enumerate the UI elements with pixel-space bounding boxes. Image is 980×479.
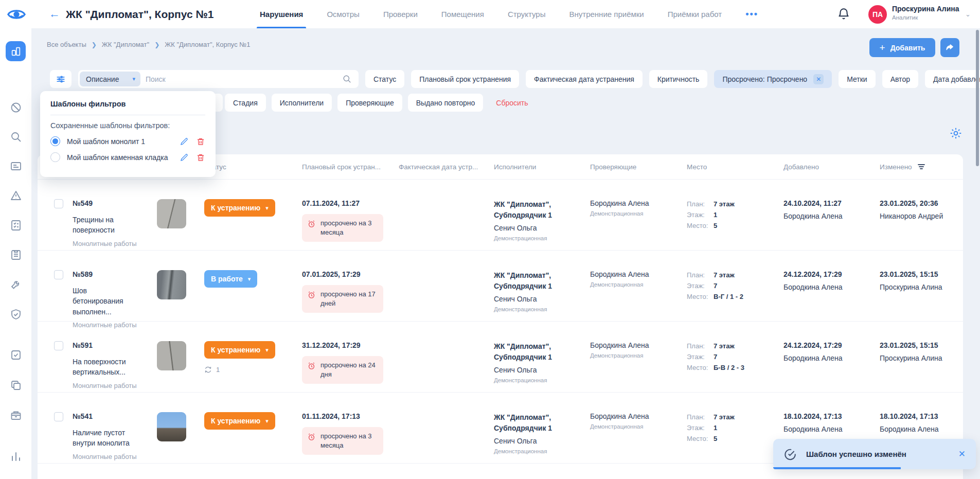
sidebar-item-search-icon[interactable] (10, 131, 22, 143)
reissue-counter: 1 (204, 366, 302, 374)
filter-chip-status[interactable]: Статус (365, 70, 404, 88)
executor-note: Демонстрационная (494, 235, 590, 241)
plus-icon: + (880, 43, 885, 52)
filter-chip-date-added[interactable]: Дата добавления (925, 70, 980, 88)
search-field-selector[interactable]: Описание ▾ (80, 72, 140, 86)
breadcrumb-building[interactable]: ЖК "Дипломат", Корпус №1 (165, 41, 250, 48)
table-row[interactable]: №549 Трещины на поверхности Монолитные р… (38, 179, 963, 250)
filter-chip-actual-date[interactable]: Фактическая дата устранения (526, 70, 643, 88)
filter-chip-reissued[interactable]: Выдано повторно (408, 94, 484, 112)
chevron-down-icon: ▾ (132, 76, 135, 82)
delete-trash-icon[interactable] (196, 137, 205, 146)
app-logo-eye-icon[interactable] (7, 5, 26, 24)
search-input[interactable] (140, 75, 342, 83)
sidebar-item-warning-icon[interactable] (10, 189, 22, 202)
add-button[interactable]: + Добавить (869, 38, 935, 57)
user-block: Проскурина Алина Аналитик (892, 5, 964, 21)
template-radio-selected[interactable] (50, 136, 60, 146)
filter-chip-planned-deadline[interactable]: Плановый срок устранения (411, 70, 519, 88)
remove-filter-x-icon[interactable]: ✕ (813, 74, 824, 84)
row-checkbox[interactable] (54, 270, 63, 279)
filter-bar-row2: Стадия Исполнители Проверяющие Выдано по… (225, 94, 528, 112)
status-dropdown-button[interactable]: В работе ▾ (204, 270, 257, 288)
sidebar-item-bar-chart-icon[interactable] (10, 450, 22, 463)
share-export-button[interactable] (940, 38, 959, 57)
user-avatar[interactable]: ПА (868, 5, 887, 24)
filter-sliders-icon[interactable] (50, 70, 72, 88)
tab-violations[interactable]: Нарушения (260, 0, 303, 28)
table-row[interactable]: №589 Шов бетонирования выполнен... Монол… (38, 250, 963, 321)
toast-close-x-icon[interactable]: ✕ (956, 447, 968, 462)
row-checkbox[interactable] (54, 199, 63, 208)
violation-title: Трещины на поверхности (73, 215, 138, 236)
col-header-added[interactable]: Добавлено (783, 163, 880, 171)
sidebar-item-defects-no-entry-icon[interactable] (10, 101, 22, 114)
sidebar-item-copy-icon[interactable] (10, 379, 22, 392)
back-arrow-icon[interactable]: ← (47, 7, 62, 21)
sidebar-item-check-square-icon[interactable] (10, 349, 22, 361)
status-dropdown-button[interactable]: К устранению ▾ (204, 412, 275, 430)
table-row[interactable]: №591 На поверхности вертикальных... Моно… (38, 321, 963, 392)
sort-descending-icon[interactable] (917, 163, 925, 170)
filter-chip-executors[interactable]: Исполнители (272, 94, 332, 112)
tab-structures[interactable]: Структуры (508, 0, 546, 28)
tab-work-acceptances[interactable]: Приёмки работ (668, 0, 722, 28)
status-dropdown-button[interactable]: К устранению ▾ (204, 341, 275, 359)
breadcrumb-all-objects[interactable]: Все объекты (47, 41, 86, 48)
sidebar-item-checklist-icon[interactable] (10, 219, 22, 232)
user-menu-chevron-down-icon[interactable]: ⌄ (965, 10, 971, 18)
col-header-changed-label: Изменено (880, 163, 912, 171)
page-scrollbar-thumb[interactable] (976, 30, 979, 166)
violation-photo[interactable] (157, 412, 186, 441)
sidebar-item-wrench-icon[interactable] (10, 278, 22, 291)
col-header-reviewers[interactable]: Проверяющие (590, 163, 687, 171)
breadcrumb-project[interactable]: ЖК "Дипломат" (102, 41, 149, 48)
tab-checks[interactable]: Проверки (383, 0, 418, 28)
filter-chip-reviewers[interactable]: Проверяющие (337, 94, 402, 112)
col-header-changed[interactable]: Изменено (880, 163, 963, 171)
place-label: План: (687, 270, 709, 281)
overdue-text: просрочено на 17 дней (320, 290, 378, 308)
row-checkbox[interactable] (54, 412, 63, 421)
status-dropdown-button[interactable]: К устранению ▾ (204, 199, 275, 217)
col-header-status[interactable]: Статус (204, 163, 302, 171)
tab-internal-acceptances[interactable]: Внутренние приёмки (569, 0, 644, 28)
plan-date: 01.11.2024, 17:13 (302, 412, 399, 420)
edit-pencil-icon[interactable] (180, 137, 189, 146)
place-value: 7 этаж (714, 199, 735, 210)
filter-chip-criticality[interactable]: Критичность (649, 70, 708, 88)
delete-trash-icon[interactable] (196, 153, 205, 162)
divider (50, 115, 205, 115)
violation-photo[interactable] (157, 341, 186, 370)
sidebar-item-card-icon[interactable] (10, 160, 22, 172)
alarm-clock-icon (307, 362, 316, 370)
col-header-executors[interactable]: Исполнители (494, 163, 590, 171)
reviewer-note: Демонстрационная (590, 210, 687, 217)
sidebar-item-dashboard[interactable] (6, 41, 26, 61)
notifications-bell-icon[interactable] (837, 7, 850, 21)
filter-chip-stage[interactable]: Стадия (225, 94, 266, 112)
sidebar-item-clipboard-icon[interactable] (10, 249, 22, 261)
tab-inspections[interactable]: Осмотры (327, 0, 360, 28)
col-header-plan[interactable]: Плановый срок устран... (302, 163, 399, 171)
filter-chip-author[interactable]: Автор (882, 70, 918, 88)
tab-rooms[interactable]: Помещения (441, 0, 484, 28)
table-settings-gear-icon[interactable] (949, 127, 963, 140)
tabs-more-ellipsis-icon[interactable]: ••• (745, 0, 758, 28)
violation-photo[interactable] (157, 270, 186, 299)
reset-filters-link[interactable]: Сбросить (496, 99, 528, 107)
violation-number: №589 (73, 270, 157, 278)
edit-pencil-icon[interactable] (180, 153, 189, 162)
sidebar-item-box-icon[interactable] (10, 409, 22, 421)
violation-photo[interactable] (157, 199, 186, 228)
reviewer-note: Демонстрационная (590, 281, 687, 288)
executor-org: ЖК "Дипломат", Субподрядчик 1 (494, 341, 566, 363)
col-header-place[interactable]: Место (687, 163, 783, 171)
reviewer-name: Бородкина Алена (590, 412, 687, 420)
sidebar-item-shield-check-icon[interactable] (10, 308, 22, 321)
filter-chip-overdue-active[interactable]: Просрочено: Просрочено ✕ (714, 70, 832, 88)
template-radio[interactable] (50, 152, 60, 162)
filter-chip-tags[interactable]: Метки (839, 70, 876, 88)
row-checkbox[interactable] (54, 341, 63, 350)
col-header-fact[interactable]: Фактическая дата устр... (399, 163, 494, 171)
